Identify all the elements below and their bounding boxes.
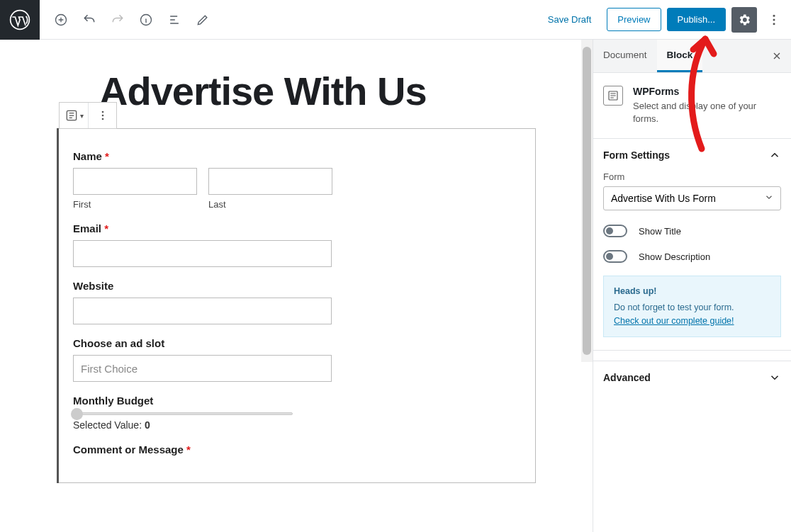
email-field: Email * — [73, 222, 521, 267]
block-description: WPForms Select and display one of your f… — [593, 73, 791, 138]
save-draft-button[interactable]: Save Draft — [538, 9, 601, 30]
headsup-text: Do not forget to test your form. — [614, 301, 770, 315]
settings-sidebar: Document Block WPForms Select and displa… — [593, 40, 791, 532]
form-select-label: Form — [603, 171, 781, 182]
name-label: Name * — [73, 150, 521, 162]
website-input[interactable] — [73, 298, 332, 324]
undo-button[interactable] — [77, 7, 102, 33]
adslot-label: Choose an ad slot — [73, 337, 521, 349]
website-field: Website — [73, 280, 521, 324]
add-block-button[interactable] — [48, 7, 74, 33]
page-title[interactable]: Advertise With Us — [99, 68, 536, 114]
first-name-input[interactable] — [73, 168, 197, 195]
outline-button[interactable] — [162, 7, 187, 33]
budget-slider[interactable] — [73, 412, 293, 415]
show-title-label: Show Title — [639, 226, 681, 237]
svg-point-9 — [101, 118, 103, 120]
wpforms-block[interactable]: ▾ Name * First — [57, 128, 536, 483]
main-area: Advertise With Us ▾ Name * — [0, 40, 791, 532]
svg-point-3 — [773, 14, 775, 16]
show-title-toggle[interactable] — [603, 225, 627, 237]
block-title: WPForms — [633, 86, 781, 97]
svg-point-7 — [101, 111, 103, 113]
headsup-notice: Heads up! Do not forget to test your for… — [603, 276, 781, 336]
email-input[interactable] — [73, 240, 332, 267]
tab-document[interactable]: Document — [593, 40, 657, 72]
headsup-link[interactable]: Check out our complete guide! — [614, 316, 734, 326]
block-toolbar: ▾ — [59, 102, 117, 129]
top-toolbar: Save Draft Preview Publish... — [0, 0, 791, 40]
preview-button[interactable]: Preview — [607, 8, 661, 31]
sidebar-tabs: Document Block — [593, 40, 791, 73]
budget-value: Selected Value: 0 — [73, 419, 521, 431]
show-title-row: Show Title — [603, 225, 781, 237]
show-desc-label: Show Description — [639, 251, 710, 262]
comment-label: Comment or Message * — [73, 443, 521, 455]
scrollbar[interactable] — [581, 40, 593, 362]
budget-label: Monthly Budget — [73, 395, 521, 407]
wpforms-icon — [603, 86, 623, 106]
svg-point-5 — [773, 23, 775, 25]
block-type-button[interactable]: ▾ — [60, 103, 88, 128]
last-name-input[interactable] — [208, 168, 332, 195]
adslot-field: Choose an ad slot First Choice — [73, 337, 521, 382]
chevron-up-icon — [768, 149, 781, 162]
editor-canvas: Advertise With Us ▾ Name * — [0, 40, 593, 532]
form-settings-panel: Form Settings Form Advertise With Us For… — [593, 138, 791, 350]
email-label: Email * — [73, 222, 521, 234]
block-more-button[interactable] — [88, 103, 116, 128]
advanced-panel-header[interactable]: Advanced — [593, 361, 791, 394]
svg-point-8 — [101, 115, 103, 117]
settings-button[interactable] — [731, 7, 757, 33]
wordpress-logo[interactable] — [0, 0, 40, 40]
budget-field: Monthly Budget Selected Value: 0 — [73, 395, 521, 431]
edit-button[interactable] — [190, 7, 215, 33]
svg-point-4 — [773, 18, 775, 21]
website-label: Website — [73, 280, 521, 292]
adslot-select[interactable]: First Choice — [73, 355, 332, 382]
headsup-title: Heads up! — [614, 285, 770, 298]
more-options-button[interactable] — [763, 7, 785, 33]
block-desc: Select and display one of your forms. — [633, 100, 781, 125]
toolbar-left — [40, 7, 215, 33]
comment-field: Comment or Message * — [73, 443, 521, 455]
tab-block[interactable]: Block — [657, 40, 703, 72]
name-field: Name * First Last — [73, 150, 521, 210]
last-sublabel: Last — [208, 199, 332, 210]
show-desc-row: Show Description — [603, 250, 781, 263]
first-sublabel: First — [73, 199, 197, 210]
chevron-down-icon — [768, 371, 781, 384]
toolbar-right: Save Draft Preview Publish... — [538, 7, 791, 33]
form-preview: Name * First Last — [59, 128, 536, 483]
redo-button[interactable] — [105, 7, 130, 33]
form-settings-header[interactable]: Form Settings — [593, 139, 791, 171]
publish-button[interactable]: Publish... — [667, 8, 726, 31]
info-button[interactable] — [133, 7, 159, 33]
form-select[interactable]: Advertise With Us Form — [603, 186, 781, 210]
show-desc-toggle[interactable] — [603, 250, 627, 263]
sidebar-close-button[interactable] — [763, 42, 791, 70]
